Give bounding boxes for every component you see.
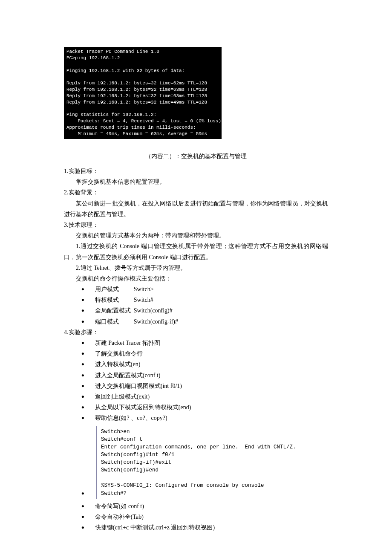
mode-label: 端口模式: [95, 316, 134, 327]
step-text: 命令自动补全(Tab): [95, 514, 144, 520]
mode-item: 端口模式Switch(config-if)#: [64, 316, 328, 327]
step-item: 快捷键(ctrl+c 中断测试,ctrl+z 退回到特权视图): [64, 522, 328, 533]
mode-cmd: Switch>: [134, 286, 154, 292]
s3-p2: 1.通过交换机的 Console 端口管理交换机属于带外管理；这种管理方式不占用…: [64, 241, 328, 262]
mode-item: 特权模式Switch#: [64, 295, 328, 305]
mode-list: 用户模式Switch> 特权模式Switch# 全局配置模式Switch(con…: [64, 284, 328, 327]
document-page: Packet Tracer PC Command Line 1.0 PC>pin…: [0, 0, 392, 555]
s4-heading: 4.实验步骤：: [64, 327, 328, 338]
step-text: 进入全局配置模式(conf t): [95, 372, 161, 379]
step-item: 返回到上级模式(exit): [64, 391, 328, 402]
step-item: 从全局以下模式返回到特权模式(end): [64, 402, 328, 413]
code-block-wrapper: Switch>en Switch#conf t Enter configurat…: [64, 426, 328, 499]
step-text: 命令简写(如 conf t): [95, 503, 144, 509]
mode-label: 特权模式: [95, 295, 134, 305]
step-text: 了解交换机命令行: [95, 350, 143, 357]
step-item: 帮助信息(如? 、co?、copy?): [64, 413, 328, 423]
mode-item: 用户模式Switch>: [64, 284, 328, 295]
step-text: 进入交换机端口视图模式(int f0/1): [95, 383, 182, 389]
s3-p1: 交换机的管理方式基本分为两种：带内管理和带外管理。: [64, 230, 328, 241]
s3-heading: 3.技术原理：: [64, 220, 328, 230]
s3-p4: 交换机的命令行操作模式主要包括：: [64, 273, 328, 284]
step-text: 快捷键(ctrl+c 中断测试,ctrl+z 退回到特权视图): [95, 524, 215, 531]
mode-cmd: Switch(config-if)#: [134, 318, 178, 325]
step-text: 返回到上级模式(exit): [95, 393, 150, 400]
bullet-icon: ●: [81, 489, 84, 498]
steps-list-b: 命令简写(如 conf t) 命令自动补全(Tab) 快捷键(ctrl+c 中断…: [64, 501, 328, 533]
mode-label: 用户模式: [95, 284, 134, 295]
step-item: 命令简写(如 conf t): [64, 501, 328, 512]
s1-p1: 掌握交换机基本信息的配置管理。: [64, 176, 328, 187]
ping-terminal-output: Packet Tracer PC Command Line 1.0 PC>pin…: [64, 47, 222, 139]
mode-cmd: Switch(config)#: [134, 307, 173, 314]
step-text: 新建 Packet Tracer 拓扑图: [95, 340, 161, 346]
step-item: 进入交换机端口视图模式(int f0/1): [64, 381, 328, 391]
s3-p3: 2.通过 Telnet、拨号等方式属于带内管理。: [64, 263, 328, 273]
switch-config-code: Switch>en Switch#conf t Enter configurat…: [96, 426, 328, 499]
s2-heading: 2.实验背景：: [64, 187, 328, 198]
step-text: 帮助信息(如? 、co?、copy?): [95, 415, 167, 421]
step-text: 从全局以下模式返回到特权模式(end): [95, 404, 191, 410]
mode-item: 全局配置模式Switch(config)#: [64, 305, 328, 316]
step-item: 新建 Packet Tracer 拓扑图: [64, 338, 328, 348]
step-item: 进入全局配置模式(conf t): [64, 370, 328, 381]
mode-cmd: Switch#: [134, 297, 153, 303]
step-item: 进入特权模式(en): [64, 359, 328, 370]
mode-label: 全局配置模式: [95, 305, 134, 316]
step-item: 命令自动补全(Tab): [64, 512, 328, 522]
steps-list-a: 新建 Packet Tracer 拓扑图 了解交换机命令行 进入特权模式(en)…: [64, 338, 328, 424]
s2-p1: 某公司新进一批交换机，在投入网络以后要进行初始配置与管理，你作为网络管理员，对交…: [64, 198, 328, 220]
step-item: 了解交换机命令行: [64, 348, 328, 359]
s1-heading: 1.实验目标：: [64, 166, 328, 176]
step-text: 进入特权模式(en): [95, 361, 141, 367]
section-title: （内容二）：交换机的基本配置与管理: [64, 151, 328, 162]
